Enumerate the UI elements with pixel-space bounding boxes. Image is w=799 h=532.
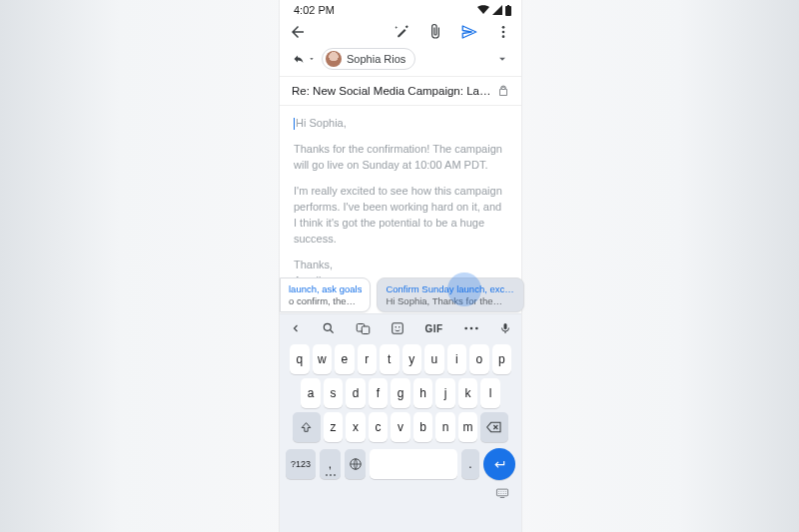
key-s[interactable]: s [324, 378, 344, 408]
key-o[interactable]: o [469, 344, 489, 374]
enter-key[interactable] [483, 448, 515, 480]
expand-recipients-icon[interactable] [495, 52, 509, 66]
keyboard-row-1: qwertyuiop [280, 342, 521, 376]
svg-rect-8 [393, 323, 403, 334]
kbd-search-icon[interactable] [322, 321, 336, 335]
keyboard-row-4: ?123 , . [280, 444, 521, 484]
suggestion-title: launch, ask goals [289, 283, 362, 294]
key-q[interactable]: q [290, 344, 310, 374]
recipient-chip[interactable]: Sophia Rios [322, 48, 415, 70]
shift-key[interactable] [293, 412, 321, 442]
key-n[interactable]: n [435, 412, 455, 442]
app-bar [280, 16, 521, 44]
key-l[interactable]: l [480, 378, 500, 408]
key-h[interactable]: h [413, 378, 433, 408]
key-y[interactable]: y [402, 344, 422, 374]
svg-rect-16 [496, 489, 507, 496]
svg-point-10 [399, 326, 400, 328]
key-x[interactable]: x [346, 412, 366, 442]
key-a[interactable]: a [301, 378, 321, 408]
lock-icon [497, 85, 509, 97]
attach-icon[interactable] [425, 22, 445, 42]
svg-rect-14 [503, 323, 506, 329]
signal-icon [492, 5, 502, 15]
body-p1: Thanks for the confirmation! The campaig… [294, 142, 507, 174]
kbd-more-icon[interactable] [463, 324, 479, 332]
body-greeting: Hi Sophia, [296, 117, 347, 129]
suggestion-subtitle: o confirm, the… [289, 295, 362, 306]
key-e[interactable]: e [335, 344, 355, 374]
svg-point-5 [325, 323, 332, 330]
avatar [326, 51, 342, 67]
wifi-icon [477, 5, 489, 15]
battery-icon [505, 5, 511, 16]
key-p[interactable]: p [492, 344, 512, 374]
keyboard-toolbar: GIF [280, 314, 521, 342]
svg-point-23 [503, 493, 504, 494]
subject-row[interactable]: Re: New Social Media Campaign: Launching… [280, 77, 521, 106]
svg-point-24 [505, 493, 506, 494]
key-r[interactable]: r [358, 344, 378, 374]
kbd-mic-icon[interactable] [499, 320, 511, 336]
svg-point-17 [498, 491, 499, 492]
body-p2: I'm really excited to see how this campa… [294, 184, 507, 248]
period-key[interactable]: . [461, 449, 479, 479]
keyboard-collapse-icon[interactable] [495, 488, 509, 498]
svg-point-20 [505, 491, 506, 492]
kbd-back-icon[interactable] [290, 322, 302, 334]
svg-point-22 [500, 493, 501, 494]
reply-mode-button[interactable] [292, 53, 316, 65]
kbd-sticker-icon[interactable] [391, 321, 404, 335]
key-i[interactable]: i [447, 344, 467, 374]
send-button[interactable] [459, 22, 479, 42]
key-k[interactable]: k [458, 378, 478, 408]
recipient-row: Sophia Rios [280, 44, 521, 77]
keyboard-row-3: zxcvbnm [280, 410, 521, 444]
key-d[interactable]: d [346, 378, 366, 408]
subject-text: Re: New Social Media Campaign: Launching… [292, 85, 491, 97]
spacebar-key[interactable] [370, 449, 457, 479]
body-close: Thanks, [294, 258, 507, 273]
svg-point-19 [503, 491, 504, 492]
key-t[interactable]: t [380, 344, 400, 374]
suggestion-chip-2[interactable]: Confirm Sunday launch, excited. Hi Sophi… [377, 277, 524, 312]
svg-point-12 [469, 327, 472, 330]
key-v[interactable]: v [391, 412, 410, 442]
kbd-gif-button[interactable]: GIF [424, 323, 442, 334]
svg-point-21 [498, 493, 499, 494]
svg-rect-0 [505, 6, 511, 16]
email-body[interactable]: Hi Sophia, Thanks for the confirmation! … [280, 106, 521, 288]
key-f[interactable]: f [369, 378, 389, 408]
magic-compose-icon[interactable] [392, 22, 411, 42]
text-cursor [294, 118, 295, 130]
key-b[interactable]: b [413, 412, 433, 442]
backspace-key[interactable] [480, 412, 508, 442]
nav-bar [280, 484, 521, 502]
svg-point-11 [464, 327, 467, 330]
key-m[interactable]: m [458, 412, 478, 442]
key-c[interactable]: c [369, 412, 389, 442]
svg-point-4 [502, 35, 505, 38]
key-j[interactable]: j [435, 378, 455, 408]
overflow-menu-icon[interactable] [493, 22, 513, 42]
back-button[interactable] [288, 22, 308, 42]
emoji-key[interactable]: , [320, 449, 341, 479]
suggestion-chip-1[interactable]: launch, ask goals o confirm, the… [280, 277, 371, 312]
onscreen-keyboard: GIF qwertyuiop asdfghjkl zxcvbnm ?123 [280, 313, 521, 532]
phone-frame: 4:02 PM [280, 0, 521, 532]
symbols-key[interactable]: ?123 [286, 449, 316, 479]
kbd-translate-icon[interactable] [356, 321, 371, 336]
key-g[interactable]: g [391, 378, 410, 408]
svg-point-3 [502, 31, 505, 34]
status-time: 4:02 PM [294, 4, 335, 16]
key-z[interactable]: z [324, 412, 344, 442]
keyboard-row-2: asdfghjkl [280, 376, 521, 410]
svg-rect-1 [507, 5, 509, 6]
smart-reply-row: launch, ask goals o confirm, the… Confir… [280, 277, 521, 312]
key-u[interactable]: u [424, 344, 444, 374]
language-key[interactable] [345, 449, 366, 479]
key-w[interactable]: w [313, 344, 333, 374]
recipient-name: Sophia Rios [347, 53, 405, 65]
svg-point-13 [475, 327, 478, 330]
svg-point-9 [396, 326, 398, 328]
